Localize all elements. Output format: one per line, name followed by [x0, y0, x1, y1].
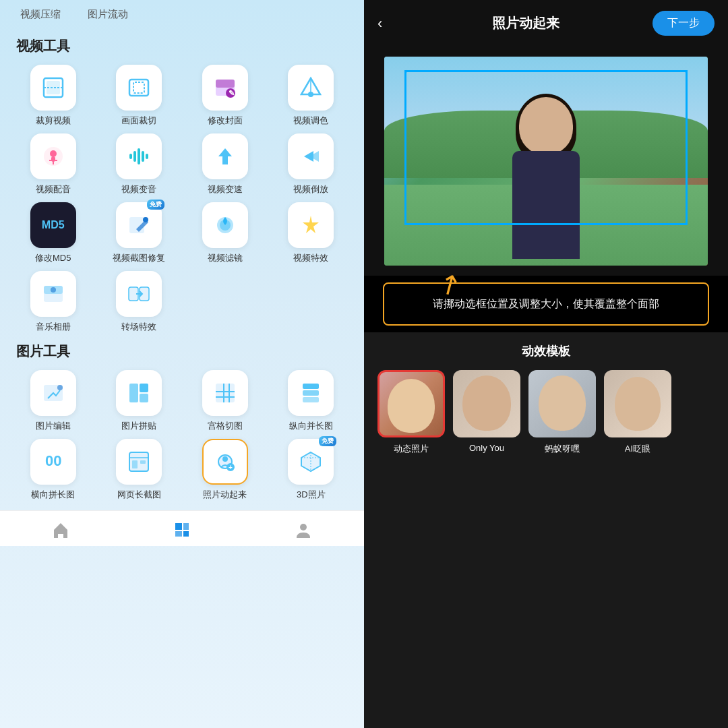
webpage-screenshot-icon: [116, 439, 162, 485]
tool-vertical-merge[interactable]: 纵向并长图: [272, 370, 351, 432]
md5-icon: MD5: [30, 202, 76, 248]
tool-color-grade[interactable]: 视频调色: [272, 65, 351, 127]
effect-dynamic[interactable]: 动态照片: [377, 370, 445, 455]
screenshot-repair-label: 视频截图修复: [113, 252, 165, 264]
grid-cut-label: 宫格切图: [208, 420, 243, 432]
photo-animate-icon: +: [202, 439, 248, 485]
tool-image-edit[interactable]: 图片编辑: [13, 370, 93, 432]
tool-md5[interactable]: MD5 修改MD5: [13, 202, 93, 264]
tool-horizontal-merge[interactable]: 00 横向拼长图: [13, 439, 93, 501]
svg-rect-18: [133, 151, 136, 162]
tool-filter[interactable]: 视频滤镜: [185, 202, 265, 264]
color-grade-icon: [288, 65, 334, 111]
photo-animate-label: 照片动起来: [203, 489, 247, 501]
effect-ant-label: 蚂蚁呀嘿: [545, 443, 580, 455]
nav-image-flow[interactable]: 图片流动: [88, 8, 128, 21]
tool-crop-video[interactable]: 裁剪视频: [13, 65, 93, 127]
effects-section: 动效模板 动态照片 Only You 蚂蚁呀嘿: [364, 332, 728, 728]
image-tools-grid: 图片编辑 图片拼贴 宫格切图 纵向并长图 00: [13, 370, 351, 501]
screenshot-repair-icon: 免费: [116, 202, 162, 248]
right-title: 照片动起来: [492, 14, 559, 32]
dubbing-icon: [30, 133, 76, 179]
nav-home[interactable]: [51, 520, 70, 539]
music-album-icon: [30, 271, 76, 317]
tool-webpage-screenshot[interactable]: 网页长截图: [100, 439, 179, 501]
svg-text:✎: ✎: [228, 89, 234, 97]
effect-only-you-thumb: [453, 370, 520, 437]
color-grade-label: 视频调色: [293, 115, 328, 127]
filter-label: 视频滤镜: [208, 252, 243, 264]
nav-video-compress[interactable]: 视频压缩: [20, 8, 61, 21]
svg-point-25: [143, 217, 148, 222]
tool-transition[interactable]: 转场特效: [100, 271, 179, 333]
selection-frame[interactable]: [404, 70, 688, 225]
dubbing-label: 视频配音: [36, 183, 71, 195]
frame-corner-bl: [404, 212, 418, 225]
svg-marker-28: [303, 216, 319, 233]
tool-speed[interactable]: 视频变速: [185, 133, 265, 195]
svg-rect-44: [303, 384, 319, 389]
tool-collage[interactable]: 图片拼贴: [100, 370, 179, 432]
reverse-label: 视频倒放: [293, 183, 328, 195]
svg-rect-38: [140, 394, 148, 402]
reverse-icon: [288, 133, 334, 179]
tool-photo-animate[interactable]: + 照片动起来: [185, 439, 265, 501]
back-button[interactable]: ‹: [377, 15, 399, 32]
tool-modify-cover[interactable]: ✎ 修改封面: [185, 65, 265, 127]
transition-icon: [116, 271, 162, 317]
tool-voice-change[interactable]: 视频变音: [100, 133, 179, 195]
tool-3d-photo[interactable]: 免费 3D照片: [272, 439, 351, 501]
horizontal-merge-icon: 00: [30, 439, 76, 485]
photo-area: ↗: [364, 47, 728, 276]
top-nav: 视频压缩 图片流动: [13, 0, 351, 32]
svg-point-13: [50, 150, 57, 157]
effect-ai-blink[interactable]: AI眨眼: [604, 370, 671, 455]
left-panel: 视频压缩 图片流动 视频工具 裁剪视频 画面裁切 ✎ 修改封面: [0, 0, 364, 728]
instruction-text: 请挪动选框位置及调整大小，使其覆盖整个面部: [398, 296, 694, 312]
tool-music-album[interactable]: 音乐相册: [13, 271, 93, 333]
screen-crop-label: 画面裁切: [121, 115, 156, 127]
effect-only-you[interactable]: Only You: [453, 370, 520, 455]
vertical-merge-label: 纵向并长图: [289, 420, 333, 432]
tool-screenshot-repair[interactable]: 免费 视频截图修复: [100, 202, 179, 264]
effect-ant[interactable]: 蚂蚁呀嘿: [528, 370, 596, 455]
music-album-label: 音乐相册: [36, 321, 71, 333]
screen-crop-icon: [116, 65, 162, 111]
effects-title: 动效模板: [364, 343, 728, 359]
free-badge: 免费: [147, 200, 164, 210]
frame-corner-tr: [674, 70, 688, 84]
horizontal-merge-label: 横向拼长图: [31, 489, 75, 501]
svg-rect-46: [303, 397, 319, 402]
effect-ai-blink-label: AI眨眼: [625, 443, 650, 455]
svg-rect-51: [140, 460, 146, 464]
effects-label: 视频特效: [293, 252, 328, 264]
svg-point-35: [57, 385, 63, 390]
section-image-title: 图片工具: [16, 342, 351, 361]
tool-grid-cut[interactable]: 宫格切图: [185, 370, 265, 432]
tool-effects[interactable]: 视频特效: [272, 202, 351, 264]
svg-rect-17: [129, 154, 132, 159]
speed-label: 视频变速: [208, 183, 243, 195]
effect-only-you-label: Only You: [469, 443, 504, 453]
nav-tools[interactable]: [173, 520, 191, 539]
svg-point-54: [222, 456, 228, 462]
effect-ai-blink-thumb: [604, 370, 671, 437]
frame-corner-br: [674, 212, 688, 225]
tool-dubbing[interactable]: 视频配音: [13, 133, 93, 195]
tool-reverse[interactable]: 视频倒放: [272, 133, 351, 195]
svg-rect-4: [133, 82, 144, 93]
frame-corner-tl: [404, 70, 418, 84]
instruction-box: 请挪动选框位置及调整大小，使其覆盖整个面部: [383, 282, 709, 326]
next-button[interactable]: 下一步: [653, 11, 715, 36]
right-header: ‹ 照片动起来 下一步: [364, 0, 728, 47]
svg-rect-6: [216, 80, 235, 88]
nav-profile[interactable]: [294, 520, 313, 539]
modify-cover-label: 修改封面: [208, 115, 243, 127]
filter-icon: [202, 202, 248, 248]
svg-rect-50: [132, 460, 138, 468]
tool-screen-crop[interactable]: 画面裁切: [100, 65, 179, 127]
image-edit-label: 图片编辑: [36, 420, 71, 432]
voice-change-label: 视频变音: [121, 183, 156, 195]
voice-change-icon: [116, 133, 162, 179]
vertical-merge-icon: [288, 370, 334, 416]
